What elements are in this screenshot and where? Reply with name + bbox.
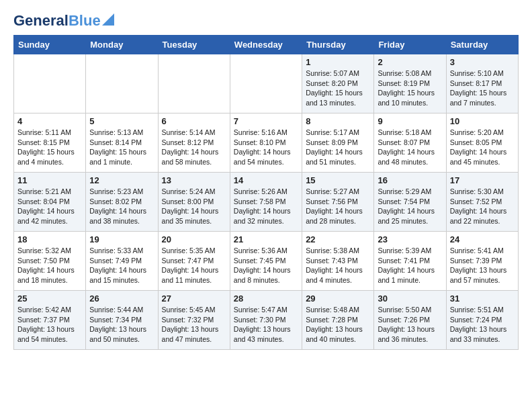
day-content: Sunrise: 5:51 AM Sunset: 7:24 PM Dayligh… <box>450 305 515 345</box>
day-content: Sunrise: 5:07 AM Sunset: 8:20 PM Dayligh… <box>306 68 370 108</box>
header-saturday: Saturday <box>446 36 518 54</box>
day-cell: 24Sunrise: 5:41 AM Sunset: 7:39 PM Dayli… <box>446 232 518 291</box>
day-cell: 18Sunrise: 5:32 AM Sunset: 7:50 PM Dayli… <box>14 232 86 291</box>
day-cell: 28Sunrise: 5:47 AM Sunset: 7:30 PM Dayli… <box>230 291 302 350</box>
day-content: Sunrise: 5:24 AM Sunset: 8:00 PM Dayligh… <box>162 187 226 226</box>
day-number: 29 <box>306 293 370 304</box>
day-content: Sunrise: 5:11 AM Sunset: 8:15 PM Dayligh… <box>17 128 82 167</box>
day-content: Sunrise: 5:14 AM Sunset: 8:12 PM Dayligh… <box>162 128 226 167</box>
week-row-2: 4Sunrise: 5:11 AM Sunset: 8:15 PM Daylig… <box>14 113 519 173</box>
day-content: Sunrise: 5:29 AM Sunset: 7:54 PM Dayligh… <box>378 187 442 226</box>
day-number: 13 <box>162 175 226 185</box>
day-content: Sunrise: 5:36 AM Sunset: 7:45 PM Dayligh… <box>234 246 298 285</box>
header-sunday: Sunday <box>14 36 86 54</box>
day-number: 28 <box>234 293 298 304</box>
header-friday: Friday <box>374 36 446 54</box>
day-number: 4 <box>17 116 82 126</box>
day-number: 20 <box>162 234 226 244</box>
week-row-1: 1Sunrise: 5:07 AM Sunset: 8:20 PM Daylig… <box>14 54 519 113</box>
day-number: 8 <box>306 116 370 126</box>
header-tuesday: Tuesday <box>158 36 230 54</box>
day-number: 24 <box>450 234 515 244</box>
day-cell: 14Sunrise: 5:26 AM Sunset: 7:58 PM Dayli… <box>230 173 302 232</box>
day-number: 1 <box>306 57 370 67</box>
day-cell: 6Sunrise: 5:14 AM Sunset: 8:12 PM Daylig… <box>158 113 230 173</box>
day-number: 2 <box>378 57 442 67</box>
day-content: Sunrise: 5:45 AM Sunset: 7:32 PM Dayligh… <box>162 305 226 345</box>
day-cell <box>230 54 302 113</box>
svg-marker-0 <box>102 13 114 26</box>
day-cell: 20Sunrise: 5:35 AM Sunset: 7:47 PM Dayli… <box>158 232 230 291</box>
day-number: 16 <box>378 175 442 185</box>
day-cell: 12Sunrise: 5:23 AM Sunset: 8:02 PM Dayli… <box>86 173 158 232</box>
day-number: 25 <box>17 293 82 304</box>
day-number: 30 <box>378 293 442 304</box>
day-content: Sunrise: 5:42 AM Sunset: 7:37 PM Dayligh… <box>17 305 82 345</box>
day-cell <box>86 54 158 113</box>
day-cell: 16Sunrise: 5:29 AM Sunset: 7:54 PM Dayli… <box>374 173 446 232</box>
day-cell: 15Sunrise: 5:27 AM Sunset: 7:56 PM Dayli… <box>302 173 374 232</box>
day-number: 10 <box>450 116 515 126</box>
header-thursday: Thursday <box>302 36 374 54</box>
day-content: Sunrise: 5:10 AM Sunset: 8:17 PM Dayligh… <box>450 68 515 108</box>
day-content: Sunrise: 5:26 AM Sunset: 7:58 PM Dayligh… <box>234 187 298 226</box>
day-cell: 4Sunrise: 5:11 AM Sunset: 8:15 PM Daylig… <box>14 113 86 173</box>
day-number: 26 <box>89 293 154 304</box>
day-content: Sunrise: 5:32 AM Sunset: 7:50 PM Dayligh… <box>17 246 82 285</box>
day-content: Sunrise: 5:47 AM Sunset: 7:30 PM Dayligh… <box>234 305 298 345</box>
day-cell: 8Sunrise: 5:17 AM Sunset: 8:09 PM Daylig… <box>302 113 374 173</box>
day-content: Sunrise: 5:48 AM Sunset: 7:28 PM Dayligh… <box>306 305 370 345</box>
day-cell: 7Sunrise: 5:16 AM Sunset: 8:10 PM Daylig… <box>230 113 302 173</box>
day-content: Sunrise: 5:41 AM Sunset: 7:39 PM Dayligh… <box>450 246 515 285</box>
header: GeneralBlue <box>13 13 519 28</box>
day-content: Sunrise: 5:13 AM Sunset: 8:14 PM Dayligh… <box>89 128 154 167</box>
day-number: 22 <box>306 234 370 244</box>
day-cell <box>14 54 86 113</box>
day-cell: 3Sunrise: 5:10 AM Sunset: 8:17 PM Daylig… <box>446 54 518 113</box>
day-content: Sunrise: 5:16 AM Sunset: 8:10 PM Dayligh… <box>234 128 298 167</box>
day-content: Sunrise: 5:30 AM Sunset: 7:52 PM Dayligh… <box>450 187 515 226</box>
day-number: 6 <box>162 116 226 126</box>
day-number: 27 <box>162 293 226 304</box>
week-row-5: 25Sunrise: 5:42 AM Sunset: 7:37 PM Dayli… <box>14 291 519 350</box>
day-cell: 21Sunrise: 5:36 AM Sunset: 7:45 PM Dayli… <box>230 232 302 291</box>
day-cell: 27Sunrise: 5:45 AM Sunset: 7:32 PM Dayli… <box>158 291 230 350</box>
day-cell: 17Sunrise: 5:30 AM Sunset: 7:52 PM Dayli… <box>446 173 518 232</box>
header-row: Sunday Monday Tuesday Wednesday Thursday… <box>14 36 519 54</box>
header-monday: Monday <box>86 36 158 54</box>
day-cell: 19Sunrise: 5:33 AM Sunset: 7:49 PM Dayli… <box>86 232 158 291</box>
day-content: Sunrise: 5:08 AM Sunset: 8:19 PM Dayligh… <box>378 68 442 108</box>
day-cell: 10Sunrise: 5:20 AM Sunset: 8:05 PM Dayli… <box>446 113 518 173</box>
day-content: Sunrise: 5:21 AM Sunset: 8:04 PM Dayligh… <box>17 187 82 226</box>
header-wednesday: Wednesday <box>230 36 302 54</box>
logo-text: GeneralBlue <box>13 13 101 28</box>
day-content: Sunrise: 5:50 AM Sunset: 7:26 PM Dayligh… <box>378 305 442 345</box>
day-cell: 13Sunrise: 5:24 AM Sunset: 8:00 PM Dayli… <box>158 173 230 232</box>
week-row-4: 18Sunrise: 5:32 AM Sunset: 7:50 PM Dayli… <box>14 232 519 291</box>
day-number: 9 <box>378 116 442 126</box>
day-number: 23 <box>378 234 442 244</box>
day-cell: 25Sunrise: 5:42 AM Sunset: 7:37 PM Dayli… <box>14 291 86 350</box>
day-content: Sunrise: 5:18 AM Sunset: 8:07 PM Dayligh… <box>378 128 442 167</box>
day-cell: 1Sunrise: 5:07 AM Sunset: 8:20 PM Daylig… <box>302 54 374 113</box>
day-cell: 22Sunrise: 5:38 AM Sunset: 7:43 PM Dayli… <box>302 232 374 291</box>
day-cell: 5Sunrise: 5:13 AM Sunset: 8:14 PM Daylig… <box>86 113 158 173</box>
day-number: 17 <box>450 175 515 185</box>
day-number: 12 <box>89 175 154 185</box>
logo: GeneralBlue <box>13 13 114 28</box>
day-cell <box>158 54 230 113</box>
day-content: Sunrise: 5:27 AM Sunset: 7:56 PM Dayligh… <box>306 187 370 226</box>
day-number: 5 <box>89 116 154 126</box>
calendar-header: Sunday Monday Tuesday Wednesday Thursday… <box>14 36 519 54</box>
week-row-3: 11Sunrise: 5:21 AM Sunset: 8:04 PM Dayli… <box>14 173 519 232</box>
day-cell: 23Sunrise: 5:39 AM Sunset: 7:41 PM Dayli… <box>374 232 446 291</box>
day-content: Sunrise: 5:35 AM Sunset: 7:47 PM Dayligh… <box>162 246 226 285</box>
day-cell: 29Sunrise: 5:48 AM Sunset: 7:28 PM Dayli… <box>302 291 374 350</box>
day-content: Sunrise: 5:38 AM Sunset: 7:43 PM Dayligh… <box>306 246 370 285</box>
day-number: 11 <box>17 175 82 185</box>
day-number: 14 <box>234 175 298 185</box>
calendar-body: 1Sunrise: 5:07 AM Sunset: 8:20 PM Daylig… <box>14 54 519 350</box>
day-content: Sunrise: 5:17 AM Sunset: 8:09 PM Dayligh… <box>306 128 370 167</box>
day-cell: 30Sunrise: 5:50 AM Sunset: 7:26 PM Dayli… <box>374 291 446 350</box>
day-number: 21 <box>234 234 298 244</box>
